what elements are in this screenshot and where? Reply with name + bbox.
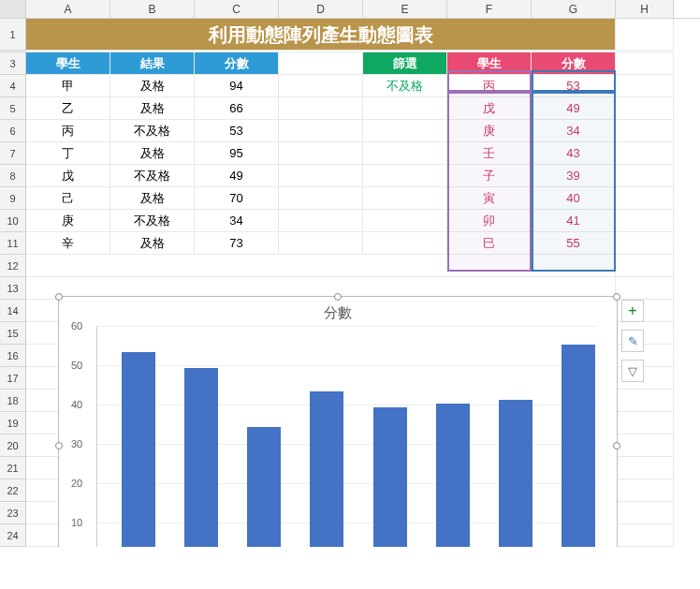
cell-filter[interactable] (363, 165, 447, 187)
cell-filter[interactable] (363, 97, 447, 120)
chart-bar[interactable] (499, 400, 532, 547)
row-header[interactable]: 1 (0, 19, 26, 51)
chart-bar[interactable] (184, 368, 218, 547)
cell[interactable] (279, 165, 363, 187)
header-filter[interactable]: 篩選 (363, 52, 447, 75)
cell-result[interactable]: 及格 (110, 142, 195, 165)
cell[interactable] (279, 210, 363, 232)
cell-filter[interactable] (363, 142, 447, 165)
cell[interactable] (279, 232, 363, 255)
cell[interactable] (616, 187, 674, 210)
chart-bar[interactable] (373, 407, 407, 547)
cell[interactable] (279, 120, 363, 142)
cell[interactable] (279, 97, 363, 120)
row-header[interactable]: 4 (0, 75, 26, 97)
chart-plot-area[interactable]: 0102030405060丙戊庚壬子寅卯巳 (96, 326, 598, 547)
row-header[interactable]: 11 (0, 232, 26, 255)
cell-score-r[interactable]: 55 (532, 232, 616, 255)
cell[interactable] (616, 142, 674, 165)
cell-result[interactable]: 及格 (110, 187, 195, 210)
cell[interactable] (616, 120, 674, 142)
cell-score-r[interactable]: 43 (532, 142, 616, 165)
cell[interactable] (616, 210, 674, 232)
cell-student-r[interactable]: 卯 (447, 210, 532, 232)
cell-score[interactable]: 53 (195, 120, 279, 142)
cell[interactable] (616, 412, 674, 434)
col-header-G[interactable]: G (532, 0, 616, 18)
cell-student-r[interactable]: 壬 (447, 142, 532, 165)
header-result[interactable]: 結果 (110, 52, 195, 75)
cell-student[interactable]: 庚 (26, 210, 110, 232)
col-header-B[interactable]: B (110, 0, 195, 18)
cell-score[interactable]: 49 (195, 165, 279, 187)
cell-filter[interactable] (363, 232, 447, 255)
cell-result[interactable]: 及格 (110, 75, 195, 97)
row-header[interactable]: 23 (0, 502, 26, 524)
header-student[interactable]: 學生 (26, 52, 110, 75)
row-header[interactable]: 8 (0, 165, 26, 187)
row-header[interactable]: 10 (0, 210, 26, 232)
row-header[interactable]: 3 (0, 52, 26, 75)
cell[interactable] (279, 52, 363, 75)
cell[interactable] (279, 142, 363, 165)
cell[interactable] (616, 457, 674, 479)
cell-student[interactable]: 丁 (26, 142, 110, 165)
chart-handle[interactable] (55, 442, 63, 449)
chart-title[interactable]: 分數 (59, 297, 617, 326)
cell-filter[interactable] (363, 187, 447, 210)
cell-student[interactable]: 戊 (26, 165, 110, 187)
cell[interactable] (616, 434, 674, 457)
cell-student[interactable]: 辛 (26, 232, 110, 255)
cell[interactable] (616, 232, 674, 255)
cell[interactable] (616, 19, 674, 51)
row-header[interactable]: 19 (0, 412, 26, 434)
cell-result[interactable]: 不及格 (110, 120, 195, 142)
row-header[interactable]: 6 (0, 120, 26, 142)
cell-student[interactable]: 丙 (26, 120, 110, 142)
cell[interactable] (616, 165, 674, 187)
cell-student-r[interactable]: 巳 (447, 232, 532, 255)
chart-elements-button[interactable]: + (621, 300, 644, 322)
cell[interactable] (616, 255, 674, 277)
chart-bar[interactable] (561, 345, 595, 547)
cell[interactable] (616, 277, 674, 300)
col-header-F[interactable]: F (447, 0, 532, 18)
cell-score[interactable]: 34 (195, 210, 279, 232)
chart-handle[interactable] (613, 442, 620, 449)
cell-student[interactable]: 甲 (26, 75, 110, 97)
cell-filter[interactable] (363, 120, 447, 142)
cell[interactable] (616, 479, 674, 502)
chart-handle[interactable] (55, 293, 63, 301)
header-score-r[interactable]: 分數 (532, 52, 616, 75)
cell-filter[interactable] (363, 210, 447, 232)
col-header-D[interactable]: D (279, 0, 363, 18)
cell[interactable] (616, 75, 674, 97)
chart-filter-button[interactable]: ▽ (621, 360, 644, 382)
cell[interactable] (616, 52, 674, 75)
row-header[interactable]: 14 (0, 300, 26, 322)
chart-object[interactable]: 分數 0102030405060丙戊庚壬子寅卯巳 (58, 296, 618, 547)
cell-result[interactable]: 及格 (110, 97, 195, 120)
cell-result[interactable]: 不及格 (110, 210, 195, 232)
chart-bar[interactable] (310, 391, 343, 547)
cell[interactable] (616, 524, 674, 547)
cell[interactable] (279, 75, 363, 97)
cell-score-r[interactable]: 34 (532, 120, 616, 142)
row-header[interactable]: 21 (0, 457, 26, 479)
cell-student-r[interactable]: 子 (447, 165, 532, 187)
cell-student[interactable]: 乙 (26, 97, 110, 120)
cell[interactable] (279, 187, 363, 210)
cell-filter[interactable]: 不及格 (363, 75, 447, 97)
chart-bar[interactable] (122, 352, 155, 547)
select-all-corner[interactable] (0, 0, 26, 18)
cell[interactable] (26, 255, 616, 277)
header-student-r[interactable]: 學生 (447, 52, 532, 75)
cell-result[interactable]: 不及格 (110, 165, 195, 187)
cell-student-r[interactable]: 庚 (447, 120, 532, 142)
chart-handle[interactable] (334, 293, 342, 301)
row-header[interactable]: 17 (0, 367, 26, 390)
row-header[interactable]: 9 (0, 187, 26, 210)
chart-handle[interactable] (613, 293, 620, 301)
cell-student[interactable]: 己 (26, 187, 110, 210)
cell-student-r[interactable]: 寅 (447, 187, 532, 210)
